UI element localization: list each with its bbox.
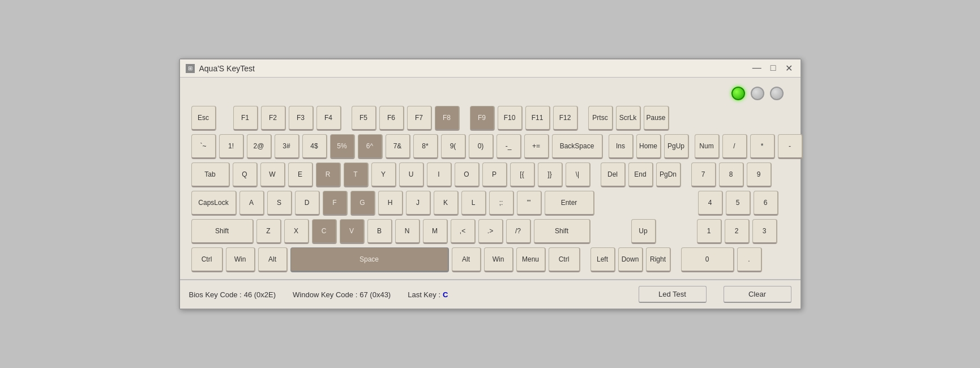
key-backspace[interactable]: BackSpace [552, 134, 603, 159]
key-up[interactable]: Up [631, 219, 656, 244]
key-prtsc[interactable]: Prtsc [588, 106, 613, 131]
key-j[interactable]: J [406, 191, 431, 216]
key-4[interactable]: 4$ [302, 134, 327, 159]
key-space[interactable]: Space [290, 247, 449, 272]
key-home[interactable]: Home [636, 134, 661, 159]
key-equals[interactable]: += [524, 134, 549, 159]
key-pause[interactable]: Pause [644, 106, 669, 131]
key-v[interactable]: V [340, 219, 365, 244]
key-f3[interactable]: F3 [289, 106, 314, 131]
key-comma[interactable]: ,< [451, 219, 476, 244]
key-menu[interactable]: Menu [516, 247, 546, 272]
key-numsub[interactable]: - [778, 134, 803, 159]
key-t[interactable]: T [344, 162, 369, 187]
key-alt-left[interactable]: Alt [258, 247, 288, 272]
key-g[interactable]: G [350, 191, 375, 216]
key-backslash[interactable]: \| [566, 162, 590, 187]
key-pgup[interactable]: PgUp [664, 134, 689, 159]
key-f8[interactable]: F8 [435, 106, 460, 131]
maximize-button[interactable]: □ [768, 63, 778, 74]
key-period[interactable]: .> [478, 219, 503, 244]
key-win-right[interactable]: Win [484, 247, 513, 272]
key-z[interactable]: Z [256, 219, 281, 244]
key-f1[interactable]: F1 [233, 106, 258, 131]
key-lbracket[interactable]: [{ [510, 162, 535, 187]
key-m[interactable]: M [423, 219, 448, 244]
key-r[interactable]: R [316, 162, 341, 187]
key-n[interactable]: N [395, 219, 420, 244]
key-2[interactable]: 2@ [247, 134, 272, 159]
key-f11[interactable]: F11 [525, 106, 550, 131]
key-f4[interactable]: F4 [316, 106, 341, 131]
key-p[interactable]: P [482, 162, 507, 187]
minimize-button[interactable]: — [750, 63, 764, 74]
key-win-left[interactable]: Win [226, 247, 255, 272]
key-grave[interactable]: `~ [191, 134, 216, 159]
key-b[interactable]: B [367, 219, 392, 244]
key-del[interactable]: Del [601, 162, 626, 187]
key-q[interactable]: Q [233, 162, 258, 187]
key-f[interactable]: F [323, 191, 348, 216]
led-test-button[interactable]: Led Test [639, 286, 707, 303]
key-num4[interactable]: 4 [698, 191, 723, 216]
key-scrlk[interactable]: ScrLk [616, 106, 641, 131]
key-7[interactable]: 7& [386, 134, 410, 159]
key-o[interactable]: O [455, 162, 480, 187]
key-s[interactable]: S [267, 191, 292, 216]
key-num8[interactable]: 8 [719, 162, 744, 187]
key-esc[interactable]: Esc [191, 106, 216, 131]
key-num0[interactable]: 0 [681, 247, 734, 272]
key-x[interactable]: X [284, 219, 309, 244]
key-y[interactable]: Y [371, 162, 396, 187]
key-rbracket[interactable]: ]} [538, 162, 563, 187]
key-capslock[interactable]: CapsLock [191, 191, 237, 216]
key-down[interactable]: Down [618, 247, 643, 272]
key-numdot[interactable]: . [737, 247, 762, 272]
key-num5[interactable]: 5 [726, 191, 751, 216]
key-num9[interactable]: 9 [747, 162, 772, 187]
key-i[interactable]: I [427, 162, 452, 187]
key-3[interactable]: 3# [275, 134, 299, 159]
key-f10[interactable]: F10 [498, 106, 523, 131]
key-alt-right[interactable]: Alt [452, 247, 481, 272]
key-f6[interactable]: F6 [379, 106, 404, 131]
key-ctrl-right[interactable]: Ctrl [549, 247, 580, 272]
key-num7[interactable]: 7 [691, 162, 716, 187]
key-num2[interactable]: 2 [725, 219, 750, 244]
key-ins[interactable]: Ins [609, 134, 634, 159]
key-ctrl-left[interactable]: Ctrl [191, 247, 223, 272]
key-num1[interactable]: 1 [697, 219, 722, 244]
key-0[interactable]: 0) [469, 134, 494, 159]
key-numdiv[interactable]: / [722, 134, 747, 159]
key-1[interactable]: 1! [219, 134, 244, 159]
key-right[interactable]: Right [646, 247, 671, 272]
key-5[interactable]: 5% [330, 134, 355, 159]
key-f7[interactable]: F7 [407, 106, 432, 131]
key-num[interactable]: Num [695, 134, 720, 159]
key-k[interactable]: K [434, 191, 459, 216]
key-8[interactable]: 8* [413, 134, 438, 159]
key-l[interactable]: L [461, 191, 486, 216]
key-semicolon[interactable]: ;: [489, 191, 514, 216]
key-slash[interactable]: /? [506, 219, 531, 244]
key-pgdn[interactable]: PgDn [656, 162, 681, 187]
key-shift-right[interactable]: Shift [534, 219, 590, 244]
key-9[interactable]: 9( [441, 134, 466, 159]
key-end[interactable]: End [628, 162, 653, 187]
key-nummul[interactable]: * [750, 134, 775, 159]
key-6[interactable]: 6^ [358, 134, 383, 159]
key-f2[interactable]: F2 [261, 106, 286, 131]
clear-button[interactable]: Clear [724, 286, 791, 303]
close-button[interactable]: ✕ [783, 63, 795, 74]
key-h[interactable]: H [378, 191, 403, 216]
key-tab[interactable]: Tab [191, 162, 230, 187]
key-f9[interactable]: F9 [470, 106, 495, 131]
key-left[interactable]: Left [590, 247, 615, 272]
key-enter[interactable]: Enter [545, 191, 594, 216]
key-w[interactable]: W [260, 162, 285, 187]
key-f12[interactable]: F12 [553, 106, 578, 131]
key-f5[interactable]: F5 [352, 106, 376, 131]
key-e[interactable]: E [288, 162, 313, 187]
key-num3[interactable]: 3 [752, 219, 777, 244]
key-d[interactable]: D [295, 191, 320, 216]
